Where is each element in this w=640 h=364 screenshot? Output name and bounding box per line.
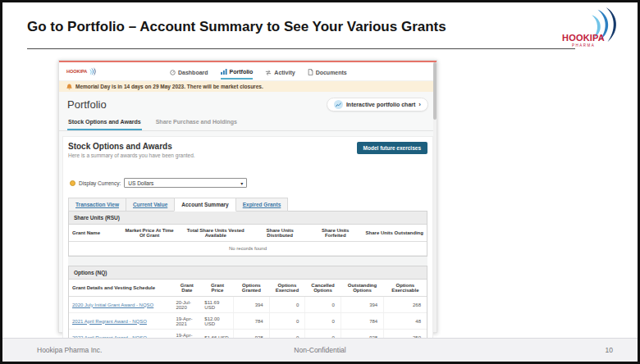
col-options-exercised: Options Exercised <box>269 280 305 297</box>
col-grant-price: Grant Price <box>201 280 233 297</box>
footer-classification: Non-Confidential <box>2 346 638 354</box>
rsu-col-forfeited: Share Units Forfeited <box>309 225 362 242</box>
section-title: Stock Options and Awards <box>68 142 195 151</box>
tab-share-purchase-and-holdings[interactable]: Share Purchase and Holdings <box>155 116 238 130</box>
tab-account-summary[interactable]: Account Summary <box>174 198 235 212</box>
title-divider <box>27 48 575 49</box>
slide-footer: Non-Confidential Hookipa Pharma Inc. 10 <box>2 338 638 362</box>
nav-item-label: Dashboard <box>178 70 208 75</box>
options-header-row: Grant Details and Vesting Schedule Grant… <box>69 280 427 297</box>
cancelled-options: 0 <box>305 297 341 313</box>
alert-text: Memorial Day is in 14 days on 29 May 202… <box>75 84 263 89</box>
portfolio-tabs: Stock Options and Awards Share Purchase … <box>59 116 437 131</box>
chart-button-label: Interactive portfolio chart <box>346 102 415 107</box>
display-currency-select[interactable]: US Dollars ▾ <box>124 178 247 188</box>
rsu-table: Grant Name Market Price At Time Of Grant… <box>69 225 427 256</box>
nav-item-label: Documents <box>316 70 347 75</box>
grant-price: $11.69 USD <box>201 297 233 313</box>
options-exercised: 0 <box>269 313 305 330</box>
col-options-exercisable: Options Exercisable <box>384 280 427 297</box>
display-currency-label: Display Currency: <box>79 180 121 186</box>
nav-item-label: Activity <box>274 70 295 75</box>
portfolio-page-title: Portfolio <box>67 98 107 111</box>
rsu-col-market-price: Market Price At Time Of Grant <box>119 225 180 242</box>
tab-current-value[interactable]: Current Value <box>126 198 175 212</box>
outstanding-options: 784 <box>341 313 383 330</box>
model-future-exercises-button[interactable]: Model future exercises <box>357 142 427 154</box>
nav-item-activity[interactable]: Activity <box>265 64 295 80</box>
options-exercisable: 48 <box>384 313 427 330</box>
logo-subtext: PHARMA <box>572 43 595 48</box>
rsu-empty-row: No records found <box>69 242 427 256</box>
nav-item-portfolio[interactable]: Portfolio <box>221 64 254 80</box>
grant-date: 20-Jul-2020 <box>172 297 201 313</box>
tab-transaction-view[interactable]: Transaction View <box>68 198 126 212</box>
bell-icon <box>66 84 72 90</box>
nav-item-dashboard[interactable]: Dashboard <box>170 64 208 80</box>
rsu-header-row: Grant Name Market Price At Time Of Grant… <box>69 225 427 242</box>
tab-stock-options-and-awards[interactable]: Stock Options and Awards <box>67 116 142 130</box>
table-row: 2020 July Initial Grant Award - NQSO 20-… <box>69 297 427 313</box>
currency-info-icon <box>70 180 75 186</box>
scrollbar-thumb[interactable] <box>433 62 437 120</box>
col-grant-date: Grant Date <box>172 280 201 297</box>
page-title: Go to Portfolio – Account Summary to See… <box>27 19 446 35</box>
portfolio-header-row: Portfolio Interactive portfolio chart › <box>59 92 437 116</box>
col-cancelled-options: Cancelled Options <box>305 280 341 297</box>
view-tabs: Transaction View Current Value Account S… <box>68 198 427 212</box>
options-granted: 394 <box>234 297 270 313</box>
app-scrollbar[interactable] <box>433 62 437 332</box>
stock-options-card: Stock Options and Awards Here is a summa… <box>62 136 433 364</box>
rsu-col-outstanding: Share Units Outstanding <box>362 225 427 242</box>
options-section-label: Options (NQ) <box>69 266 427 280</box>
options-granted: 784 <box>234 313 270 330</box>
no-records-text: No records found <box>69 242 427 256</box>
chevron-right-icon: › <box>418 101 421 108</box>
market-closure-alert: Memorial Day is in 14 days on 29 May 202… <box>59 81 437 92</box>
col-outstanding-options: Outstanding Options <box>341 280 383 297</box>
rsu-col-distributed: Share Units Distributed <box>251 225 309 242</box>
bar-chart-icon <box>221 69 227 75</box>
card-header: Stock Options and Awards Here is a summa… <box>68 142 427 158</box>
grant-link[interactable]: 2020 July Initial Grant Award - NQSO <box>69 297 172 313</box>
options-exercised: 0 <box>269 297 305 313</box>
app-brand-wordmark: HOOKIPA <box>66 69 87 74</box>
chart-circle-icon <box>334 100 343 109</box>
table-row: 2021 April Regrant Award - NQSO 19-Apr-2… <box>69 313 427 330</box>
display-currency-value: US Dollars <box>128 180 153 186</box>
app-nav: Dashboard Portfolio Activity Documents <box>170 64 347 80</box>
app-header: HOOKIPA Dashboard Portfolio Activity <box>59 62 437 81</box>
col-options-granted: Options Granted <box>234 280 270 297</box>
grant-price: $12.00 USD <box>201 313 233 330</box>
rsu-table-block: Share Units (RSU) Grant Name Market Pric… <box>68 211 427 257</box>
outstanding-options: 394 <box>341 297 383 313</box>
grant-date: 19-Apr-2021 <box>172 313 201 330</box>
rsu-col-grant-name: Grant Name <box>69 225 119 242</box>
chevron-down-icon: ▾ <box>240 180 243 186</box>
activity-icon <box>265 70 272 75</box>
section-subtitle: Here is a summary of awards you have bee… <box>68 152 195 158</box>
rsu-section-label: Share Units (RSU) <box>69 212 427 225</box>
dashboard-icon <box>170 70 176 75</box>
grant-link[interactable]: 2021 April Regrant Award - NQSO <box>69 313 172 330</box>
rsu-col-vested-available: Total Share Units Vested Available <box>180 225 251 242</box>
hookipa-logo: HOOKIPA PHARMA <box>560 7 624 52</box>
slide: { "slide": { "title": "Go to Portfolio –… <box>0 0 640 364</box>
app-brand[interactable]: HOOKIPA <box>66 67 130 76</box>
logo-wordmark: HOOKIPA <box>562 33 605 43</box>
document-icon <box>308 69 313 75</box>
interactive-portfolio-chart-button[interactable]: Interactive portfolio chart › <box>327 98 428 111</box>
options-exercisable: 268 <box>384 297 427 313</box>
nav-item-label: Portfolio <box>230 69 254 75</box>
cancelled-options: 0 <box>305 313 341 330</box>
col-grant-details: Grant Details and Vesting Schedule <box>69 280 172 297</box>
app-brand-swoosh-icon <box>88 67 97 76</box>
nav-item-documents[interactable]: Documents <box>308 64 347 80</box>
display-currency-row: Display Currency: US Dollars ▾ <box>70 178 427 188</box>
footer-page-number: 10 <box>606 346 613 354</box>
app-screenshot: HOOKIPA Dashboard Portfolio Activity <box>58 60 437 333</box>
tab-expired-grants[interactable]: Expired Grants <box>235 198 289 212</box>
